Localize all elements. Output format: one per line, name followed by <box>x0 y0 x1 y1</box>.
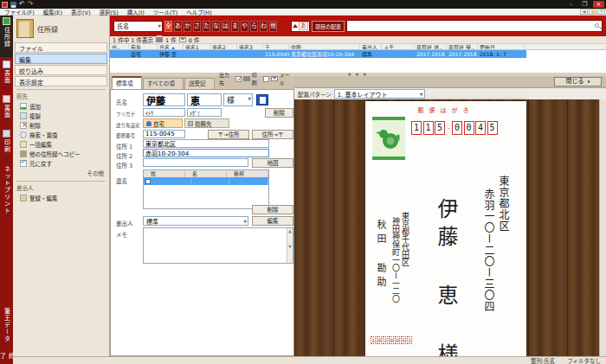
index-button-a[interactable]: あ <box>174 21 182 32</box>
sidebar-item-file[interactable]: ファイル <box>15 42 107 53</box>
index-button-sa[interactable]: さ <box>193 21 201 32</box>
column-joint3[interactable]: 連名3 <box>237 44 263 49</box>
index-button-all[interactable]: 全 <box>164 21 172 32</box>
column-name[interactable]: 氏名 ▲ <box>158 44 184 49</box>
index-button-ka[interactable]: か <box>184 21 191 32</box>
column-updated[interactable]: 更新日 <box>478 44 525 49</box>
column-recipient-type[interactable]: 宛先 <box>129 44 158 49</box>
close-preview-button[interactable]: 閉じる <box>554 77 602 86</box>
index-button-ya[interactable]: や <box>241 21 248 32</box>
sidebar-action-add[interactable]: 追加 <box>13 101 109 111</box>
index-button-ha[interactable]: は <box>222 21 229 32</box>
joint-name-selected-row[interactable] <box>144 177 268 185</box>
address-to-postal-button[interactable]: 住所→〒 <box>252 130 293 139</box>
delete-name-button[interactable]: 削除 <box>265 108 293 118</box>
preview-scrollbar[interactable] <box>599 99 606 356</box>
table-row[interactable]: 自宅 伊藤 恵 115-0045 東京都北区赤羽10-20-304 標準 201… <box>110 50 526 58</box>
joint-name-empty-rows[interactable] <box>144 185 268 208</box>
postal-code-field[interactable] <box>143 130 185 138</box>
nav-tab-fudeoh-data[interactable]: 筆王データ <box>0 306 13 353</box>
index-button-wa[interactable]: わ <box>260 21 268 32</box>
address-book-lookup-button[interactable] <box>256 94 268 105</box>
sender-selector[interactable]: 標準 <box>143 216 248 226</box>
sidebar-action-undo[interactable]: 元に戻す <box>13 158 109 168</box>
menu-file[interactable]: ファイル(F) <box>0 8 39 16</box>
edit-sender-button[interactable]: 編集 <box>252 216 293 226</box>
menu-tools[interactable]: ツール(T) <box>149 8 183 16</box>
sidebar-item-filter[interactable]: 絞り込み <box>15 65 107 75</box>
joint-row-checkbox[interactable] <box>145 179 151 184</box>
nav-tab-exit[interactable]: 終了 <box>0 351 13 364</box>
sidebar-action-delete[interactable]: 削除 <box>13 120 109 130</box>
tab-standard-items[interactable]: 標準項目 <box>112 76 142 89</box>
office-destination-button[interactable]: 勤務先 <box>184 118 229 128</box>
column-nenga-sent[interactable]: 年賀状 送.. <box>415 44 447 49</box>
sidebar-action-batch-edit[interactable]: 一括編集 <box>13 139 109 149</box>
sidebar-action-copy-to-other-book[interactable]: 他の住所録へコピー <box>13 149 109 158</box>
first-name-field[interactable] <box>187 93 222 106</box>
arrange-items-button[interactable]: 項目の配置 <box>312 21 345 32</box>
menu-edit[interactable]: 編集(E) <box>39 8 67 16</box>
mail-checkbox[interactable] <box>263 76 269 82</box>
memo-scrollbar[interactable]: ▲▼ <box>287 228 293 263</box>
sidebar-action-search-replace[interactable]: 検索・置換 <box>13 130 109 139</box>
menu-insert[interactable]: 挿入(I) <box>123 8 149 16</box>
address3-field[interactable] <box>143 158 248 167</box>
close-window-button[interactable]: × <box>593 1 604 8</box>
honorific-selector[interactable]: 様 <box>223 93 253 106</box>
delete-joint-button[interactable]: 削除 <box>252 205 293 214</box>
column-nenga-received[interactable]: 年賀状 受.. <box>447 44 478 49</box>
sidebar-more-link[interactable]: その他 <box>13 168 109 178</box>
speaker-icon[interactable]: ◄ <box>580 9 588 15</box>
nav-tab-front-side[interactable]: 表面 <box>0 59 13 92</box>
postcard-preview[interactable]: 郵便はがき 1 1 5 - 0 0 <box>365 101 526 356</box>
address1-field[interactable] <box>143 139 269 148</box>
form-tabs: 標準項目 すべての項目 送受記録 出力先 印刷 メール <box>110 76 294 89</box>
menu-help[interactable]: ヘルプ(H) <box>182 8 216 16</box>
sidebar-action-duplicate[interactable]: 複製 <box>13 111 109 120</box>
nav-tab-back-side[interactable]: 裏面 <box>0 93 13 126</box>
column-memo[interactable]: メモ <box>382 44 415 49</box>
sidebar-item-edit[interactable]: 編集 <box>15 54 107 64</box>
column-joint2[interactable]: 連名2 <box>210 44 237 49</box>
tab-all-items[interactable]: すべての項目 <box>143 78 184 89</box>
column-sender[interactable]: 差出人 <box>360 44 382 49</box>
help-icon[interactable]: ? <box>597 9 605 15</box>
index-button-ma[interactable]: ま <box>231 21 239 32</box>
column-joint1[interactable]: 連名1 <box>184 44 210 49</box>
nav-tab-address-book[interactable]: 住所録 <box>0 16 13 57</box>
kana-display-toggle-button[interactable]: あ <box>291 21 310 32</box>
column-output[interactable]: 出.. <box>110 44 129 49</box>
sidebar-action-register-edit[interactable]: 登録・編集 <box>13 193 109 202</box>
menu-view[interactable]: 表示(V) <box>67 8 95 16</box>
layout-pattern-selector[interactable]: 1. 基本レイアウト <box>334 89 425 99</box>
bulb-icon[interactable] <box>589 9 596 15</box>
kana-last-field[interactable] <box>143 108 185 117</box>
menu-select[interactable]: 選択(S) <box>95 8 123 16</box>
column-postal[interactable]: 〒 <box>263 44 289 49</box>
index-button-na[interactable]: な <box>212 21 220 32</box>
search-input[interactable] <box>347 21 602 31</box>
save-icon[interactable] <box>10 2 16 8</box>
kana-first-field[interactable] <box>187 108 222 117</box>
address2-field[interactable] <box>143 149 269 157</box>
home-destination-button[interactable]: 自宅 <box>143 118 183 128</box>
print-checkbox[interactable] <box>235 76 242 82</box>
search-icon[interactable] <box>595 23 599 28</box>
nav-tab-net-print[interactable]: ネットプリント <box>0 164 13 244</box>
postal-to-address-button[interactable]: 〒→住所 <box>208 130 249 139</box>
nav-tab-print[interactable]: 印刷 <box>0 128 13 161</box>
tab-send-receive-log[interactable]: 送受記録 <box>184 78 215 89</box>
last-name-field[interactable] <box>143 93 185 106</box>
minimize-button[interactable]: – <box>565 1 577 8</box>
index-button-other[interactable]: 他 <box>269 21 277 32</box>
memo-textarea[interactable]: ▲▼ <box>143 227 293 264</box>
column-address[interactable]: 住所 <box>289 44 360 49</box>
index-button-ra[interactable]: ら <box>250 21 258 32</box>
index-button-ta[interactable]: た <box>203 21 210 32</box>
address-list-empty-area[interactable] <box>110 58 606 73</box>
maximize-button[interactable]: ❐ <box>579 1 590 8</box>
sort-field-selector[interactable]: 氏名 <box>113 21 163 32</box>
map-button[interactable]: 地図 <box>252 158 293 168</box>
sidebar-item-display-settings[interactable]: 表示設定 <box>15 76 107 86</box>
